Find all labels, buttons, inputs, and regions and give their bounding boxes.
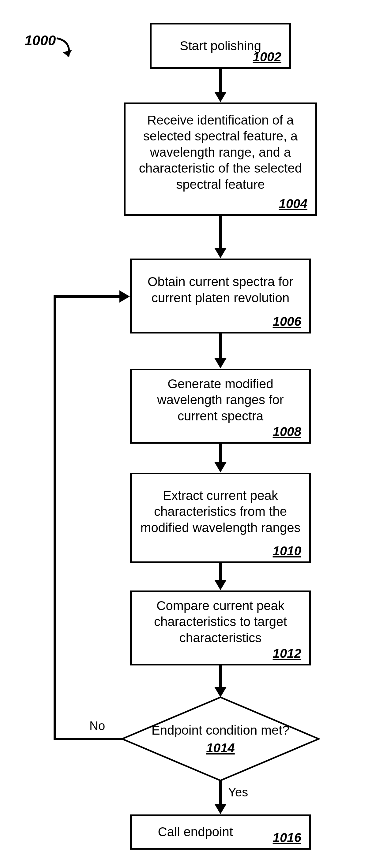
step-compare-characteristics: Compare current peak characteristics to … (130, 590, 311, 665)
svg-marker-0 (63, 50, 72, 57)
arrow-head-down-icon (214, 687, 227, 697)
figure-label: 1000 (25, 32, 56, 49)
step-ref: 1012 (273, 646, 301, 661)
arrow-head-right-icon (119, 290, 130, 303)
step-extract-peak-characteristics: Extract current peak characteristics fro… (130, 473, 311, 563)
step-start-polishing: Start polishing 1002 (150, 23, 291, 69)
arrow-head-down-icon (214, 580, 227, 590)
step-text: Obtain current spectra for current plate… (140, 274, 301, 306)
step-obtain-spectra: Obtain current spectra for current plate… (130, 258, 311, 334)
decision-ref: 1014 (206, 741, 234, 755)
step-text: Receive identification of a selected spe… (134, 112, 307, 193)
decision-endpoint-condition: Endpoint condition met? 1014 (121, 696, 320, 782)
figure-arrow-icon (54, 35, 78, 69)
flowchart-canvas: 1000 Start polishing 1002 Receive identi… (0, 0, 372, 868)
arrow-head-down-icon (214, 248, 227, 258)
arrow-head-down-icon (214, 462, 227, 472)
arrow (54, 295, 119, 298)
step-ref: 1016 (273, 830, 301, 845)
arrow (219, 665, 222, 688)
arrow (219, 216, 222, 249)
step-text: Generate modified wavelength ranges for … (140, 376, 301, 424)
arrow (219, 563, 222, 581)
arrow (219, 334, 222, 360)
step-ref: 1002 (253, 50, 281, 64)
step-receive-identification: Receive identification of a selected spe… (124, 102, 317, 216)
arrow (54, 295, 56, 740)
step-call-endpoint: Call endpoint 1016 (130, 814, 311, 850)
arrow (54, 738, 122, 740)
arrow-head-down-icon (214, 358, 227, 368)
edge-label-no: No (89, 719, 105, 733)
arrow-head-down-icon (214, 92, 227, 102)
arrow (219, 444, 222, 464)
step-generate-modified-ranges: Generate modified wavelength ranges for … (130, 369, 311, 444)
step-text: Extract current peak characteristics fro… (140, 488, 301, 536)
step-ref: 1010 (273, 544, 301, 558)
arrow (219, 781, 222, 805)
step-ref: 1008 (273, 424, 301, 439)
step-text: Compare current peak characteristics to … (140, 598, 301, 646)
edge-label-yes: Yes (228, 785, 248, 799)
decision-text: Endpoint condition met? (151, 722, 290, 739)
step-ref: 1006 (273, 314, 301, 329)
step-ref: 1004 (279, 196, 307, 211)
arrow (219, 69, 222, 93)
arrow-head-down-icon (214, 804, 227, 814)
figure-number: 1000 (25, 32, 56, 48)
step-text: Call endpoint (140, 824, 251, 840)
